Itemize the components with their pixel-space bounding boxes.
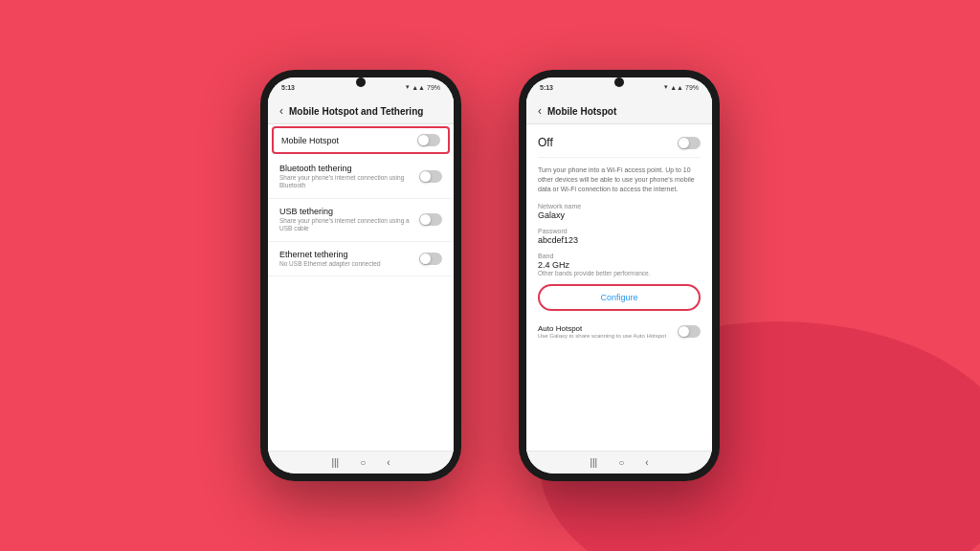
usb-tethering-toggle[interactable] — [419, 213, 442, 226]
phone-2-screen: 5:13 ▾ ▲▲ 79% ‹ Mobile Hotspot Off — [526, 77, 712, 474]
wifi-icon-2: ▾ — [664, 83, 668, 91]
phone-2-battery: ▾ ▲▲ 79% — [664, 83, 699, 91]
configure-button[interactable]: Configure — [538, 284, 701, 311]
bluetooth-tethering-subtitle: Share your phone's internet connection u… — [279, 174, 413, 190]
hotspot-main-toggle[interactable] — [678, 137, 701, 149]
bluetooth-tethering-toggle[interactable] — [419, 170, 442, 183]
phone-1-status-bar: 5:13 ▾ ▲▲ 79% — [268, 77, 454, 97]
back-arrow-icon[interactable]: ‹ — [279, 104, 283, 118]
phone-2-settings-list: Off Turn your phone into a Wi-Fi access … — [526, 124, 712, 451]
mobile-hotspot-text: Mobile Hotspot — [281, 136, 412, 145]
wifi-icon: ▾ — [406, 83, 410, 91]
recent-apps-icon-2[interactable]: ||| — [590, 457, 597, 468]
home-icon-2[interactable]: ○ — [618, 457, 624, 468]
hotspot-off-row: Off — [538, 132, 701, 158]
phone-1-nav-bar: ||| ○ ‹ — [268, 451, 454, 474]
phone-2-status-bar: 5:13 ▾ ▲▲ 79% — [526, 77, 712, 97]
ethernet-tethering-subtitle: No USB Ethernet adapter connected — [279, 260, 413, 268]
phone-1: 5:13 ▾ ▲▲ 79% ‹ Mobile Hotspot and Tethe… — [260, 70, 461, 481]
usb-tethering-item[interactable]: USB tethering Share your phone's interne… — [268, 199, 454, 242]
phone-2-content: ‹ Mobile Hotspot Off Turn your phone int… — [526, 97, 712, 451]
phone-1-battery: ▾ ▲▲ 79% — [406, 83, 440, 91]
hotspot-off-label: Off — [538, 136, 553, 149]
usb-tethering-subtitle: Share your phone's internet connection u… — [279, 217, 413, 233]
back-nav-icon-2[interactable]: ‹ — [645, 457, 648, 468]
network-name-value: Galaxy — [538, 210, 701, 220]
usb-tethering-title: USB tethering — [279, 207, 413, 216]
phone-1-content: ‹ Mobile Hotspot and Tethering Mobile Ho… — [268, 97, 454, 451]
phone-1-time: 5:13 — [281, 84, 295, 91]
band-group: Band 2.4 GHz Other bands provide better … — [538, 253, 701, 276]
signal-icon-2: ▲▲ — [670, 84, 683, 91]
hotspot-description: Turn your phone into a Wi-Fi access poin… — [538, 165, 701, 193]
phone-2-time: 5:13 — [540, 84, 553, 91]
phones-container: 5:13 ▾ ▲▲ 79% ‹ Mobile Hotspot and Tethe… — [260, 70, 720, 481]
phone-2-notch — [614, 77, 624, 87]
usb-tethering-text: USB tethering Share your phone's interne… — [279, 207, 413, 233]
password-value: abcdef123 — [538, 235, 701, 245]
bluetooth-tethering-item[interactable]: Bluetooth tethering Share your phone's i… — [268, 156, 454, 199]
ethernet-tethering-title: Ethernet tethering — [279, 250, 413, 259]
home-icon[interactable]: ○ — [360, 457, 366, 468]
auto-hotspot-toggle[interactable] — [678, 325, 701, 338]
auto-hotspot-subtitle: Use Galaxy to share scanning to use Auto… — [538, 333, 666, 339]
ethernet-tethering-text: Ethernet tethering No USB Ethernet adapt… — [279, 250, 413, 268]
signal-icon: ▲▲ — [412, 84, 425, 91]
phone-1-title: Mobile Hotspot and Tethering — [289, 106, 423, 117]
auto-hotspot-row[interactable]: Auto Hotspot Use Galaxy to share scannin… — [538, 319, 701, 339]
phone-2-header: ‹ Mobile Hotspot — [526, 97, 712, 124]
password-label: Password — [538, 228, 701, 234]
band-value: 2.4 GHz — [538, 260, 701, 270]
phone-1-notch — [356, 77, 366, 87]
network-name-group: Network name Galaxy — [538, 203, 701, 220]
password-group: Password abcdef123 — [538, 228, 701, 245]
phone-2-title: Mobile Hotspot — [547, 106, 616, 117]
bluetooth-tethering-text: Bluetooth tethering Share your phone's i… — [279, 164, 413, 190]
band-hint: Other bands provide better performance. — [538, 270, 701, 276]
band-label: Band — [538, 253, 701, 259]
auto-hotspot-title: Auto Hotspot — [538, 324, 666, 333]
ethernet-tethering-item[interactable]: Ethernet tethering No USB Ethernet adapt… — [268, 242, 454, 276]
ethernet-tethering-toggle[interactable] — [419, 253, 442, 265]
phone-2: 5:13 ▾ ▲▲ 79% ‹ Mobile Hotspot Off — [519, 70, 720, 481]
battery-text: 79% — [427, 84, 440, 91]
back-arrow-icon-2[interactable]: ‹ — [538, 104, 542, 118]
back-nav-icon[interactable]: ‹ — [387, 457, 390, 468]
mobile-hotspot-toggle[interactable] — [417, 134, 440, 146]
phone-1-screen: 5:13 ▾ ▲▲ 79% ‹ Mobile Hotspot and Tethe… — [268, 77, 454, 474]
network-name-label: Network name — [538, 203, 701, 209]
mobile-hotspot-item[interactable]: Mobile Hotspot — [272, 126, 450, 154]
mobile-hotspot-title: Mobile Hotspot — [281, 136, 412, 145]
recent-apps-icon[interactable]: ||| — [331, 457, 339, 468]
battery-text-2: 79% — [685, 84, 699, 91]
phone-1-header: ‹ Mobile Hotspot and Tethering — [268, 97, 454, 124]
phone-2-nav-bar: ||| ○ ‹ — [526, 451, 712, 474]
auto-hotspot-text: Auto Hotspot Use Galaxy to share scannin… — [538, 324, 666, 339]
bluetooth-tethering-title: Bluetooth tethering — [279, 164, 413, 173]
phone-1-settings-list: Mobile Hotspot Bluetooth tethering Share… — [268, 124, 454, 451]
